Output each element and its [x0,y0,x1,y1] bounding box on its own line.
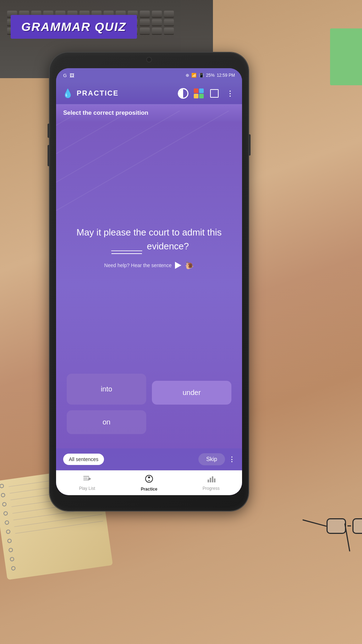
svg-rect-12 [210,478,211,482]
spiral-ring [10,557,15,562]
svg-rect-1 [199,88,204,93]
all-sentences-button[interactable]: All sentences [63,454,104,465]
google-status-icon: G [63,73,67,78]
expand-icon [210,89,219,98]
nav-item-playlist[interactable]: Play List [56,475,118,491]
audio-help-text: Need help? Hear the sentence [104,263,172,268]
location-status-icon: ⊕ [186,73,189,78]
key [152,11,162,18]
svg-rect-3 [199,94,204,98]
notebook-line [14,514,102,527]
banner-title: GRAMMAR QUIZ [21,20,126,33]
progress-nav-icon [207,475,215,485]
screen-decoration [56,111,242,253]
spiral-ring [7,539,12,543]
bottom-more-button[interactable]: ⋮ [229,455,235,463]
timer-icon [178,88,188,99]
phone-screen: G 🖼 ⊕ 📶 📳 25% 12:59 PM 💧 PRACTICE [56,68,242,495]
play-audio-button[interactable] [175,262,181,269]
spiral-ring [6,529,11,534]
notebook-line [15,521,103,534]
signal-icon: 📳 [199,73,204,78]
answers-grid: into under on [67,367,231,441]
status-bar: G 🖼 ⊕ 📶 📳 25% 12:59 PM [56,68,242,82]
status-bar-left: G 🖼 [63,73,74,78]
svg-marker-7 [88,477,91,481]
timer-button[interactable] [177,88,189,99]
phone-device: G 🖼 ⊕ 📶 📳 25% 12:59 PM 💧 PRACTICE [50,53,248,511]
key [152,19,162,26]
skip-button[interactable]: Skip [198,453,225,465]
puzzle-button[interactable] [193,88,204,99]
header-icons: ⋮ [177,88,236,99]
spiral-ring [9,548,13,553]
spiral-ring [2,502,7,507]
spiral-ring [5,520,10,525]
slow-speed-icon[interactable]: 🐌 [185,261,194,270]
front-camera [146,57,152,63]
more-options-icon: ⋮ [226,89,234,98]
audio-help-row: Need help? Hear the sentence 🐌 [104,261,194,270]
wifi-icon: 📶 [191,73,197,78]
playlist-nav-label: Play List [79,486,95,491]
playlist-nav-icon [83,475,91,485]
key [164,19,174,26]
key [164,28,174,35]
power-button [249,134,251,156]
spiral-ring [1,493,6,498]
spiral-ring [0,483,4,488]
expand-button[interactable] [209,88,220,99]
notepad-decoration [330,28,362,85]
nav-item-progress[interactable]: Progress [180,475,242,491]
status-bar-right: ⊕ 📶 📳 25% 12:59 PM [186,73,235,78]
svg-rect-11 [208,480,209,482]
spiral-ring [11,566,16,571]
svg-point-10 [148,478,150,480]
key [140,11,150,18]
practice-nav-icon [145,475,153,485]
progress-nav-label: Progress [203,486,220,491]
app-logo-icon: 💧 [62,87,73,100]
key [164,11,174,18]
app-header: 💧 PRACTICE [56,82,242,104]
more-options-button[interactable]: ⋮ [224,88,236,99]
svg-rect-2 [194,94,198,98]
volume-down-button [48,145,49,166]
image-status-icon: 🖼 [70,73,74,78]
key [140,28,150,35]
spiral-ring [3,511,8,516]
practice-nav-label: Practice [141,487,158,492]
key [152,28,162,35]
grammar-quiz-banner: GRAMMAR QUIZ [11,15,137,39]
glasses-decoration [298,484,355,555]
answer-button-on[interactable]: on [67,410,146,434]
svg-rect-14 [214,478,215,482]
skip-area: Skip ⋮ [198,453,235,465]
timer-half [179,89,183,98]
bottom-navigation: Play List Practice [56,470,242,495]
clock: 12:59 PM [217,73,235,78]
battery-level: 25% [206,73,215,78]
svg-rect-0 [194,88,198,93]
app-title: PRACTICE [77,89,174,97]
svg-rect-13 [212,476,213,482]
puzzle-icon [194,88,204,98]
answer-button-into[interactable]: into [67,374,146,405]
volume-up-button [48,124,49,138]
key [140,19,150,26]
answer-button-under[interactable]: under [152,381,231,405]
nav-item-practice[interactable]: Practice [118,475,180,492]
screen-bottom-bar: All sentences Skip ⋮ [56,448,242,470]
